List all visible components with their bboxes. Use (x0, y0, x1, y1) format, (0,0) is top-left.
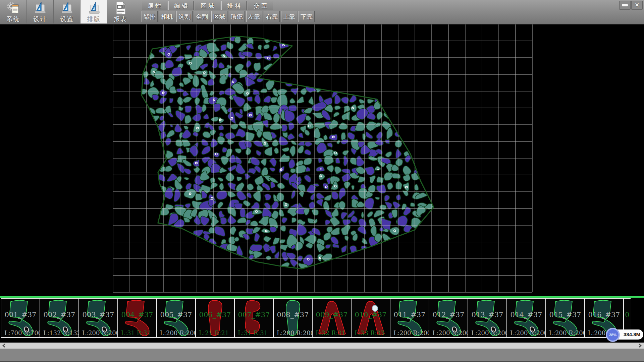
nav-button-design[interactable]: 设计 (27, 0, 54, 23)
tool-button-8[interactable]: 右靠 (264, 11, 280, 22)
menu-tab-3[interactable]: 区域 (195, 1, 220, 10)
part-name: 001_#37 (1, 311, 40, 319)
nav-button-nesting-selected[interactable]: 排版 (80, 0, 107, 23)
scroll-right-button[interactable] (636, 343, 644, 349)
part-name: 015_#37 (546, 311, 584, 319)
nav-label: 报表 (114, 16, 127, 22)
part-cell-2[interactable]: 002_#37L:132 R:132 (40, 298, 79, 338)
application-window: 系统 设计 (0, 0, 644, 362)
nesting-canvas[interactable] (0, 24, 644, 296)
part-name: 016_#37 (585, 311, 623, 319)
part-cell-3[interactable]: 003_#37L:200 R:200 (78, 298, 118, 338)
tool-button-row: 聚排相机选割全割区域瑕疵左靠右靠上靠下靠 (142, 11, 315, 22)
nav-label: 设置 (60, 16, 74, 22)
nested-pieces (141, 35, 434, 272)
parts-cells: 001_#37L:700 R:700002_#37L:132 R:132003_… (1, 298, 631, 338)
part-quantity-info: L:33 R:33 (355, 329, 384, 337)
part-cell-7[interactable]: 007_#37L:31 R:31 (234, 298, 274, 338)
nav-label: 排版 (87, 16, 101, 22)
part-name: 011_#37 (390, 311, 429, 319)
part-name: 0 (624, 311, 631, 319)
close-icon: ✕ (635, 2, 639, 8)
part-quantity-info: L:132 R:132 (43, 329, 79, 337)
part-name: 013_#37 (468, 311, 506, 319)
part-cell-4[interactable]: 004_#37L:31 R:31 (117, 298, 157, 338)
report-icon (114, 1, 128, 16)
part-name: 005_#37 (157, 311, 195, 319)
status-badge: 384.8M 38% (606, 328, 643, 342)
strip-accent-line (0, 296, 644, 298)
chevron-right-icon (638, 344, 642, 348)
part-quantity-info: L:31 R:31 (238, 329, 268, 337)
nav-label: 设计 (34, 16, 47, 22)
window-controls: ✕ (619, 1, 643, 10)
bottom-panel (0, 349, 644, 361)
nav-button-report[interactable]: 报表 (107, 0, 134, 23)
chevron-left-icon (2, 344, 6, 348)
app-nav: 系统 设计 (0, 0, 134, 24)
part-quantity-info: L:200 R:200 (160, 329, 196, 337)
tool-button-7[interactable]: 左靠 (246, 11, 262, 22)
tool-button-4[interactable]: 全割 (194, 11, 210, 22)
menu-tab-2[interactable]: 编辑 (168, 1, 194, 10)
close-button[interactable]: ✕ (631, 1, 643, 10)
canvas-grid (113, 24, 532, 292)
part-cell-9[interactable]: 009_#37L:32 R:31 (312, 298, 352, 338)
tool-button-6[interactable]: 瑕疵 (229, 11, 245, 22)
menu-tab-1[interactable]: 属性 (142, 1, 167, 10)
tool-button-10[interactable]: 下靠 (299, 11, 315, 22)
tool-button-2[interactable]: 相机 (159, 11, 175, 22)
part-name: 010_#37 (352, 311, 390, 319)
part-quantity-info: L:200 R:200 (549, 329, 585, 337)
part-quantity-info: L:31 R:31 (121, 329, 151, 337)
part-name: 014_#37 (507, 311, 545, 319)
part-cell-12[interactable]: 012_#37L:200 R:200 (429, 298, 468, 338)
tool-button-5[interactable]: 区域 (211, 11, 227, 22)
part-cell-1[interactable]: 001_#37L:700 R:700 (1, 298, 40, 338)
menu-tab-4[interactable]: 排料 (221, 1, 247, 10)
part-quantity-info: L:21 R:21 (199, 329, 229, 337)
part-cell-13[interactable]: 013_#37L:200 R:200 (468, 298, 507, 338)
part-cell-8[interactable]: 008_#37L:200 R:200 (273, 298, 313, 338)
part-quantity-info: L:200 R:200 (471, 329, 507, 337)
settings-ruler-icon (60, 1, 74, 16)
part-name: 004_#37 (118, 311, 156, 319)
horizontal-scrollbar[interactable] (0, 343, 644, 349)
minimize-button[interactable] (619, 1, 631, 10)
minimize-icon (622, 4, 628, 6)
part-name: 007_#37 (235, 311, 273, 319)
part-cell-5[interactable]: 005_#37L:200 R:200 (156, 298, 196, 338)
part-name: 009_#37 (313, 311, 351, 319)
part-quantity-info: L:200 R:200 (510, 329, 546, 337)
part-cell-14[interactable]: 014_#37L:200 R:200 (506, 298, 546, 338)
part-quantity-info: L:200 R:200 (277, 329, 313, 337)
part-name: 006_#37 (196, 311, 234, 319)
scroll-left-button[interactable] (0, 343, 8, 349)
part-name: 008_#37 (274, 311, 312, 319)
part-quantity-info: L:32 R:31 (316, 329, 345, 337)
menu-tab-bar: 属性编辑区域排料交互 (142, 1, 273, 10)
tool-button-9[interactable]: 上靠 (281, 11, 297, 22)
part-quantity-info: L:700 R:700 (4, 329, 40, 337)
part-quantity-info: L:200 R:200 (432, 329, 468, 337)
part-name: 012_#37 (429, 311, 468, 319)
toolbar: 系统 设计 (0, 0, 644, 24)
part-cell-6[interactable]: 006_#37L:21 R:21 (195, 298, 235, 338)
nav-button-system[interactable]: 系统 (0, 0, 27, 23)
menu-tab-5[interactable]: 交互 (248, 1, 273, 10)
part-cell-10[interactable]: 010_#37L:33 R:33 (351, 298, 390, 338)
part-name: 003_#37 (79, 311, 117, 319)
parts-strip: 001_#37L:700 R:700002_#37L:132 R:132003_… (0, 296, 644, 339)
tool-button-3[interactable]: 选割 (176, 11, 193, 22)
system-gear-icon (6, 1, 20, 16)
part-cell-15[interactable]: 015_#37L:200 R:200 (545, 298, 585, 338)
part-quantity-info: L:200 R:200 (82, 329, 118, 337)
progress-circle: 38% (606, 328, 620, 342)
part-cell-11[interactable]: 011_#37L:200 R:200 (390, 298, 429, 338)
part-quantity-info: L:200 R:200 (393, 329, 429, 337)
nesting-ruler-icon (87, 1, 101, 16)
nav-button-settings[interactable]: 设置 (54, 0, 80, 23)
design-ruler-icon (33, 1, 47, 16)
tool-button-1[interactable]: 聚排 (142, 11, 158, 22)
part-name: 002_#37 (40, 311, 78, 319)
